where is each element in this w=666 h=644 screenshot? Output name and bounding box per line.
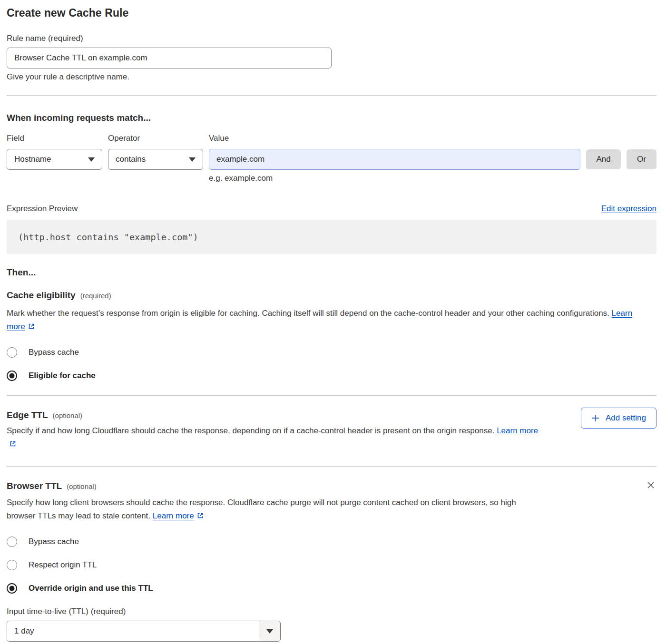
operator-select-value: contains	[116, 155, 146, 164]
value-helper: e.g. example.com	[209, 174, 580, 183]
value-input[interactable]	[209, 149, 580, 170]
edge-ttl-qualifier: (optional)	[53, 411, 83, 420]
learn-more-link[interactable]: Learn more	[153, 511, 194, 520]
operator-select[interactable]: contains	[108, 149, 203, 170]
edge-ttl-description: Specify if and how long Cloudflare shoul…	[7, 424, 544, 452]
plus-icon	[591, 414, 600, 422]
edge-ttl-heading: Edge TTL	[7, 410, 48, 420]
create-cache-rule-form: Create new Cache Rule Rule name (require…	[0, 0, 666, 642]
chevron-down-icon	[189, 157, 196, 162]
page-title: Create new Cache Rule	[7, 7, 656, 20]
expression-preview-label: Expression Preview	[7, 204, 78, 214]
operator-label: Operator	[108, 134, 203, 143]
section-divider	[7, 466, 656, 467]
chevron-down-icon	[266, 629, 273, 634]
cache-eligibility-description: Mark whether the request’s response from…	[7, 307, 646, 334]
ttl-input[interactable]	[7, 621, 259, 641]
cache-eligibility-qualifier: (required)	[80, 292, 111, 300]
chevron-down-icon	[88, 157, 95, 162]
browser-ttl-description: Specify how long client browsers should …	[7, 496, 528, 524]
radio-option-respect-origin-ttl[interactable]: Respect origin TTL	[7, 560, 656, 570]
then-heading: Then...	[7, 267, 656, 278]
browser-ttl-qualifier: (optional)	[67, 482, 97, 490]
radio-button-selected[interactable]	[7, 583, 17, 594]
ttl-dropdown-button[interactable]	[259, 621, 280, 641]
rule-name-label: Rule name (required)	[7, 34, 656, 43]
radio-option-eligible-for-cache[interactable]: Eligible for cache	[7, 371, 656, 381]
external-link-icon	[28, 321, 35, 334]
browser-ttl-heading: Browser TTL	[7, 481, 62, 491]
match-condition-row: Field Hostname Operator contains Value e…	[7, 134, 656, 183]
learn-more-link[interactable]: Learn more	[497, 426, 538, 435]
radio-button[interactable]	[7, 347, 17, 358]
section-divider	[7, 395, 656, 396]
or-button[interactable]: Or	[627, 149, 656, 169]
radio-option-bypass-cache[interactable]: Bypass cache	[7, 347, 656, 358]
rule-name-helper: Give your rule a descriptive name.	[7, 72, 656, 82]
field-label: Field	[7, 134, 102, 143]
field-select[interactable]: Hostname	[7, 149, 102, 170]
cache-eligibility-heading: Cache eligibility	[7, 290, 76, 301]
close-icon	[646, 480, 656, 490]
radio-button[interactable]	[7, 560, 17, 570]
section-divider	[7, 95, 656, 96]
ttl-input-label: Input time-to-live (TTL) (required)	[7, 607, 656, 616]
radio-option-bypass-cache-browser[interactable]: Bypass cache	[7, 537, 656, 547]
add-setting-button[interactable]: Add setting	[581, 408, 656, 429]
field-select-value: Hostname	[14, 155, 51, 164]
external-link-icon	[9, 439, 17, 452]
radio-button-selected[interactable]	[7, 371, 17, 381]
radio-option-override-origin-ttl[interactable]: Override origin and use this TTL	[7, 583, 656, 594]
expression-code: (http.host contains "example.com")	[7, 220, 656, 254]
value-label: Value	[209, 134, 580, 143]
expression-code-text: (http.host contains "example.com")	[18, 232, 198, 242]
edit-expression-link[interactable]: Edit expression	[601, 204, 656, 214]
external-link-icon	[196, 510, 204, 524]
rule-name-input[interactable]	[7, 48, 332, 68]
ttl-combobox[interactable]	[7, 621, 281, 642]
remove-browser-ttl-button[interactable]	[645, 479, 656, 492]
radio-button[interactable]	[7, 537, 17, 547]
and-button[interactable]: And	[586, 149, 621, 169]
match-section-heading: When incoming requests match...	[7, 113, 656, 123]
